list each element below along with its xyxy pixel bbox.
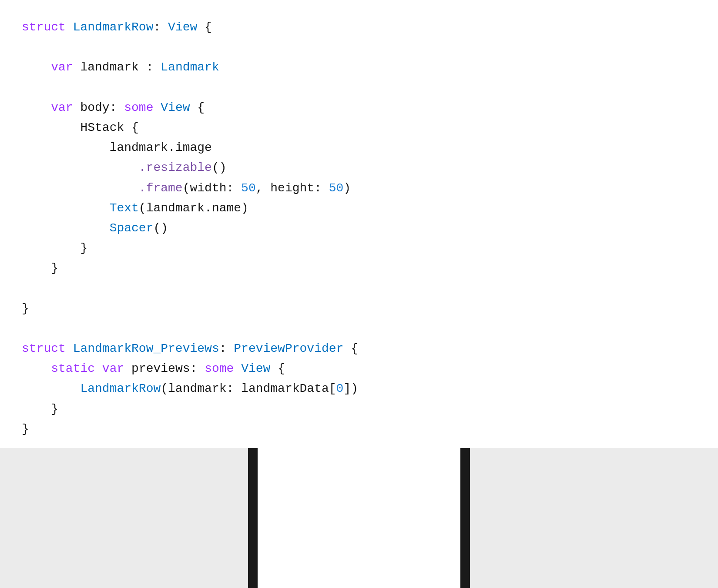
code-line: .resizable(): [22, 158, 696, 178]
code-line: .frame(width: 50, height: 50): [22, 178, 696, 198]
code-line: [22, 319, 696, 339]
code-line: }: [22, 258, 696, 278]
code-line: Text(landmark.name): [22, 198, 696, 218]
code-line: HStack {: [22, 118, 696, 138]
code-line: [22, 78, 696, 98]
phone-content: Turtle Rock: [258, 448, 460, 588]
code-line: }: [22, 419, 696, 439]
code-line: static var previews: some View {: [22, 359, 696, 379]
code-line: [22, 278, 696, 298]
code-line: }: [22, 299, 696, 319]
code-line: landmark.image: [22, 138, 696, 158]
code-line: }: [22, 238, 696, 258]
code-line: [22, 37, 696, 57]
preview-section: Turtle Rock CSDN @Forever_wj: [0, 448, 718, 588]
code-line: struct LandmarkRow_Previews: PreviewProv…: [22, 339, 696, 359]
code-line: }: [22, 399, 696, 419]
code-line: LandmarkRow(landmark: landmarkData[0]): [22, 379, 696, 399]
code-editor: struct LandmarkRow: View { var landmark …: [0, 0, 718, 448]
phone-left-bar: [248, 448, 258, 588]
code-line: var landmark : Landmark: [22, 57, 696, 77]
phone-frame: Turtle Rock: [248, 448, 470, 588]
code-lines: struct LandmarkRow: View { var landmark …: [9, 13, 709, 444]
phone-right-bar: [460, 448, 470, 588]
code-line: var body: some View {: [22, 98, 696, 118]
code-line: Spacer(): [22, 218, 696, 238]
code-line: struct LandmarkRow: View {: [22, 17, 696, 37]
